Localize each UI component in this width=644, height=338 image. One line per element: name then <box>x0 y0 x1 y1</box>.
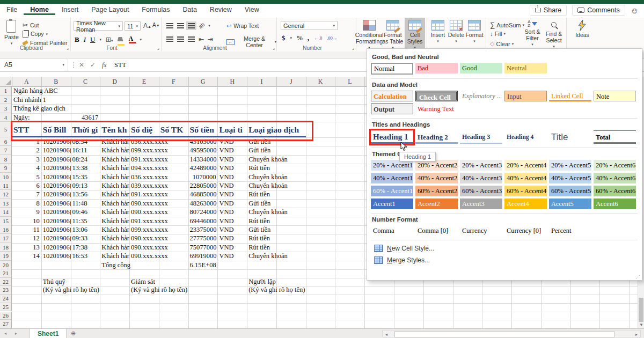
cell-style-accent6[interactable]: Accent6 <box>594 199 636 209</box>
grid-cell-H11[interactable]: VND <box>217 181 247 190</box>
cell-style-40-accent6[interactable]: 40% - Accent6 <box>594 173 636 183</box>
row-header-17[interactable]: 17 <box>0 234 12 243</box>
grid-cell-E23[interactable]: (Ký và ghi rõ họ tên) <box>129 286 217 295</box>
scroll-down-icon[interactable]: ▼ <box>639 322 643 327</box>
grid-cell-A17[interactable]: 12 <box>12 234 41 243</box>
wrap-text-button[interactable]: ↩ Wrap Text <box>226 23 259 30</box>
grid-cell-I9[interactable]: Rút tiền <box>247 164 306 172</box>
paste-button[interactable]: Paste ▾ <box>4 20 19 46</box>
row-header-5[interactable]: 5 <box>0 122 12 137</box>
grid-cell-A14[interactable]: 9 <box>12 208 41 216</box>
row-header-11[interactable]: 11 <box>0 181 12 190</box>
grid-cell-B15[interactable]: 10201906( <box>41 217 71 225</box>
grid-cell-C14[interactable]: 09:46 <box>71 208 100 216</box>
italic-button[interactable]: I <box>84 35 86 44</box>
grid-cell-H18[interactable]: VND <box>217 243 247 252</box>
bold-button[interactable]: B <box>75 35 79 44</box>
cell-style-currency[interactable]: Currency <box>460 225 502 236</box>
grid-cell-D16[interactable]: Khách hàn <box>100 225 129 234</box>
grid-cell-I12[interactable]: Rút tiền <box>247 190 306 199</box>
grid-cell-G8[interactable]: 14334000 <box>188 155 218 164</box>
grid-cell-B16[interactable]: 10201906( <box>41 225 71 234</box>
grid-cell-E14[interactable]: 090.xxx.xxxx <box>129 208 188 216</box>
grid-cell-H14[interactable]: VND <box>217 208 247 216</box>
share-button[interactable]: Share <box>530 5 567 16</box>
scroll-left-icon[interactable]: ◂ <box>385 332 387 337</box>
grid-cell-A12[interactable]: 7 <box>12 190 41 199</box>
grid-cell-I16[interactable]: Gửi tiền <box>247 225 306 234</box>
row-header-2[interactable]: 2 <box>0 95 12 105</box>
grid-cell-C13[interactable]: 11:48 <box>71 199 100 208</box>
row-header-20[interactable]: 20 <box>0 261 12 269</box>
panel-resize-grip[interactable]: ⋰ <box>635 274 640 280</box>
ribbon-tab-file[interactable]: File <box>0 4 24 15</box>
grid-cell-B10[interactable]: 10201906( <box>41 173 71 181</box>
ideas-button[interactable]: Ideas <box>573 20 592 38</box>
cell-style-60-accent2[interactable]: 60% - Accent2 <box>415 186 458 196</box>
comments-button[interactable]: Comments <box>572 5 625 16</box>
cell-style-bad[interactable]: Bad <box>415 63 458 74</box>
sort-filter-button[interactable]: AZ Sort & Filter ▾ <box>522 20 543 47</box>
format-as-table-button[interactable]: Format as Table ▾ <box>382 20 404 50</box>
grid-cell-C16[interactable]: 13:06 <box>71 225 100 234</box>
cell-style-20-accent5[interactable]: 20% - Accent5 <box>549 160 591 171</box>
scroll-right-icon[interactable]: ▸ <box>635 332 638 337</box>
autosum-button[interactable]: ∑ AutoSum ▾ <box>490 21 524 29</box>
top-align-button[interactable] <box>166 23 173 28</box>
grid-cell-I13[interactable]: Gửi tiền <box>247 199 306 208</box>
formula-bar-content[interactable]: STT <box>114 59 126 71</box>
grid-cell-H10[interactable]: VND <box>217 173 247 181</box>
underline-button[interactable]: U <box>90 35 95 44</box>
grid-cell-A15[interactable]: 10 <box>12 217 41 225</box>
grid-cell-G7[interactable]: 49595000 <box>188 146 218 155</box>
accounting-format-button[interactable]: $ <box>282 34 286 42</box>
grid-cell-G11[interactable]: 22805000 <box>188 181 218 190</box>
grid-cell-D17[interactable]: Khách hàn <box>100 234 129 243</box>
ribbon-tab-review[interactable]: Review <box>203 4 238 15</box>
grid-cell-D10[interactable]: Khách hàn <box>100 173 129 181</box>
cell-style-60-accent5[interactable]: 60% - Accent5 <box>549 186 591 196</box>
cell-style-output[interactable]: Output <box>371 104 413 114</box>
cell-style-heading-4[interactable]: Heading 4 <box>504 130 547 144</box>
grid-cell-E10[interactable]: 036.xxx.xxxx <box>129 173 188 181</box>
grid-cell-E9[interactable]: 094.xxx.xxxx <box>129 164 188 172</box>
font-dialog-launcher[interactable]: ⌟ <box>157 45 159 50</box>
cell-style-accent3[interactable]: Accent3 <box>460 199 502 209</box>
grid-cell-A16[interactable]: 11 <box>12 225 41 234</box>
cell-style-40-accent1[interactable]: 40% - Accent1 <box>371 173 413 183</box>
grid-cell-H12[interactable]: VND <box>217 190 247 199</box>
cell-style-linked-cell[interactable]: Linked Cell <box>549 91 591 101</box>
cell-style-accent2[interactable]: Accent2 <box>415 199 458 209</box>
select-all-button[interactable] <box>0 77 12 86</box>
grid-cell-B18[interactable]: 10201906( <box>41 243 71 252</box>
cell-style-explanatory-[interactable]: Explanatory ... <box>460 91 502 101</box>
grid-cell-H13[interactable]: VND <box>217 199 247 208</box>
row-header-6[interactable]: 6 <box>0 137 12 146</box>
row-header-27[interactable]: 27 <box>0 320 12 328</box>
increase-indent-button[interactable]: ⇥ <box>208 35 213 43</box>
center-button[interactable] <box>177 36 184 42</box>
grid-cell-E18[interactable]: 090.xxx.xxxx <box>129 243 188 252</box>
grid-cell-E13[interactable]: 090.xxx.xxxx <box>129 199 188 208</box>
ribbon-tab-data[interactable]: Data <box>176 4 203 15</box>
row-header-19[interactable]: 19 <box>0 252 12 260</box>
ribbon-tab-insert[interactable]: Insert <box>55 4 85 15</box>
grid-cell-I14[interactable]: Chuyển khoản <box>247 208 306 216</box>
row-header-12[interactable]: 12 <box>0 190 12 199</box>
grid-cell-C9[interactable]: 13:38 <box>71 164 100 172</box>
alignment-dialog-launcher[interactable]: ⌟ <box>273 45 275 50</box>
orientation-button[interactable]: ab <box>197 21 206 30</box>
grid-cell-G18[interactable]: 75077000 <box>188 243 218 252</box>
cell-style-neutral[interactable]: Neutral <box>504 63 547 74</box>
fill-color-button[interactable] <box>118 34 125 46</box>
grid-cell-E15[interactable]: 091.xxx.xxxx <box>129 217 188 225</box>
grid-cell-D8[interactable]: Khách hàn <box>100 155 129 164</box>
comma-style-button[interactable]: , <box>308 34 310 42</box>
grid-cell-H8[interactable]: VND <box>217 155 247 164</box>
column-header-D[interactable]: D <box>100 77 130 86</box>
percent-style-button[interactable]: % <box>297 34 303 42</box>
grid-cell-A8[interactable]: 3 <box>12 155 41 164</box>
feedback-smiley-icon[interactable]: ☺ <box>631 6 639 15</box>
cell-style-currency-0-[interactable]: Currency [0] <box>504 225 547 236</box>
grid-cell-I18[interactable]: Rút tiền <box>247 243 306 252</box>
